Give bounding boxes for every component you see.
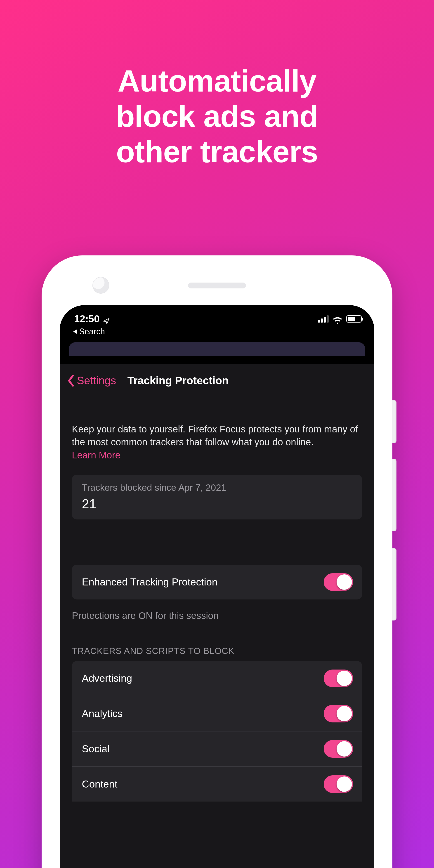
block-section-header: TRACKERS AND SCRIPTS TO BLOCK bbox=[72, 646, 362, 656]
marketing-headline: Automatically block ads and other tracke… bbox=[0, 63, 434, 169]
block-row-social: Social bbox=[72, 732, 362, 767]
enhanced-tracking-label: Enhanced Tracking Protection bbox=[82, 576, 217, 588]
phone-screen: 12:50 Search bbox=[60, 305, 374, 868]
trackers-blocked-card: Trackers blocked since Apr 7, 2021 21 bbox=[72, 475, 362, 520]
phone-side-button bbox=[393, 548, 397, 620]
back-label: Settings bbox=[77, 374, 116, 387]
block-list: Advertising Analytics Social Content bbox=[72, 661, 362, 802]
location-icon bbox=[103, 315, 110, 322]
phone-frame: 12:50 Search bbox=[41, 255, 393, 868]
block-row-label: Advertising bbox=[82, 673, 132, 684]
trackers-blocked-count: 21 bbox=[82, 496, 352, 511]
phone-camera bbox=[92, 277, 109, 293]
phone-side-button bbox=[393, 459, 397, 531]
page-title: Tracking Protection bbox=[127, 374, 228, 387]
phone-speaker bbox=[188, 283, 246, 288]
enhanced-tracking-row: Enhanced Tracking Protection bbox=[72, 565, 362, 599]
protection-status-note: Protections are ON for this session bbox=[72, 610, 362, 621]
back-to-app-label: Search bbox=[79, 327, 105, 336]
headline-line-2: block ads and bbox=[0, 98, 434, 134]
block-row-analytics: Analytics bbox=[72, 696, 362, 732]
intro-text: Keep your data to yourself. Firefox Focu… bbox=[72, 423, 362, 448]
block-row-advertising: Advertising bbox=[72, 661, 362, 696]
battery-icon bbox=[346, 315, 362, 322]
address-bar-peek bbox=[69, 342, 365, 356]
block-row-label: Social bbox=[82, 743, 110, 755]
back-to-app-button[interactable]: Search bbox=[60, 326, 374, 341]
phone-side-button bbox=[393, 400, 397, 443]
content-toggle[interactable] bbox=[324, 775, 353, 793]
headline-line-3: other trackers bbox=[0, 134, 434, 169]
social-toggle[interactable] bbox=[324, 740, 353, 758]
status-time: 12:50 bbox=[74, 313, 100, 324]
back-triangle-icon bbox=[73, 329, 77, 334]
block-row-label: Analytics bbox=[82, 708, 123, 719]
enhanced-tracking-toggle[interactable] bbox=[324, 573, 353, 591]
settings-panel: Settings Tracking Protection Keep your d… bbox=[60, 364, 374, 868]
chevron-left-icon bbox=[67, 375, 74, 386]
headline-line-1: Automatically bbox=[0, 63, 434, 98]
analytics-toggle[interactable] bbox=[324, 705, 353, 722]
back-button[interactable]: Settings bbox=[67, 374, 116, 387]
cellular-icon bbox=[318, 315, 329, 322]
block-row-content: Content bbox=[72, 767, 362, 802]
advertising-toggle[interactable] bbox=[324, 670, 353, 687]
learn-more-link[interactable]: Learn More bbox=[72, 450, 121, 461]
block-row-label: Content bbox=[82, 778, 118, 790]
status-bar: 12:50 bbox=[60, 305, 374, 326]
trackers-blocked-label: Trackers blocked since Apr 7, 2021 bbox=[82, 483, 352, 493]
nav-bar: Settings Tracking Protection bbox=[60, 364, 374, 397]
wifi-icon bbox=[333, 315, 342, 322]
